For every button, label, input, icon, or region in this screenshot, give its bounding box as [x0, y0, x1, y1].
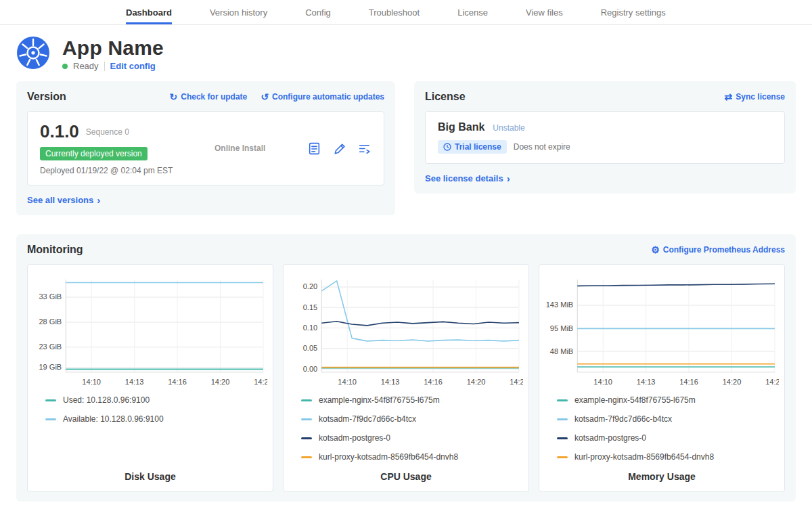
- tab-view-files[interactable]: View files: [526, 0, 563, 24]
- svg-text:143 MiB: 143 MiB: [546, 301, 574, 309]
- legend-label: kurl-proxy-kotsadm-8569fb6454-dnvh8: [574, 452, 714, 462]
- svg-text:0.10: 0.10: [303, 324, 318, 332]
- svg-text:14:20: 14:20: [211, 378, 230, 386]
- top-nav: Dashboard Version history Config Trouble…: [0, 0, 812, 25]
- configure-prometheus-link[interactable]: ⚙ Configure Prometheus Address: [651, 245, 785, 255]
- tab-troubleshoot[interactable]: Troubleshoot: [369, 0, 420, 24]
- svg-text:0.20: 0.20: [303, 282, 318, 290]
- version-card-title: Version: [27, 91, 66, 103]
- sequence-label: Sequence 0: [86, 127, 129, 137]
- check-for-update-link[interactable]: ↻ Check for update: [170, 92, 248, 102]
- deployed-timestamp: Deployed 01/19/22 @ 02:04 pm EST: [40, 166, 173, 175]
- edit-config-link[interactable]: Edit config: [110, 61, 156, 71]
- trial-license-label: Trial license: [455, 142, 501, 152]
- chart-legend: Used: 10.128.0.96:9100Available: 10.128.…: [33, 395, 267, 424]
- svg-text:14:16: 14:16: [424, 378, 443, 386]
- legend-color-dash: [301, 456, 312, 458]
- tab-config[interactable]: Config: [305, 0, 331, 24]
- license-card: License ⇄ Sync license Big Bank Unstable: [414, 81, 796, 194]
- version-number: 0.1.0: [40, 121, 79, 142]
- legend-label: Available: 10.128.0.96:9100: [63, 414, 164, 424]
- chart-title: Memory Usage: [545, 462, 779, 482]
- configure-auto-updates-label: Configure automatic updates: [272, 92, 384, 102]
- legend-color-dash: [301, 437, 312, 439]
- legend-label: kotsadm-7f9dc7d66c-b4tcx: [319, 414, 416, 424]
- charts-row: 19 GiB23 GiB28 GiB33 GiB14:1014:1314:161…: [27, 264, 785, 492]
- svg-text:0.05: 0.05: [303, 344, 318, 352]
- status-dot: [62, 64, 68, 69]
- see-all-versions-label: See all versions: [27, 195, 93, 205]
- legend-color-dash: [301, 399, 312, 401]
- legend-color-dash: [557, 456, 568, 458]
- gear-icon: ⚙: [651, 245, 660, 255]
- configure-auto-updates-link[interactable]: ↺ Configure automatic updates: [261, 92, 384, 102]
- svg-text:23 GiB: 23 GiB: [39, 343, 62, 351]
- auto-update-icon: ↺: [261, 92, 269, 102]
- svg-text:14:23: 14:23: [765, 378, 779, 386]
- check-for-update-label: Check for update: [181, 92, 247, 102]
- app-title: App Name: [62, 37, 164, 60]
- see-license-details-link[interactable]: See license details ›: [425, 173, 510, 184]
- legend-color-dash: [45, 418, 56, 420]
- sync-license-link[interactable]: ⇄ Sync license: [725, 92, 785, 102]
- deployed-badge: Currently deployed version: [40, 147, 148, 160]
- tab-version-history[interactable]: Version history: [210, 0, 267, 24]
- monitoring-section: Monitoring ⚙ Configure Prometheus Addres…: [16, 234, 796, 502]
- legend-item: kurl-proxy-kotsadm-8569fb6454-dnvh8: [301, 452, 523, 462]
- legend-color-dash: [557, 437, 568, 439]
- legend-item: Available: 10.128.0.96:9100: [45, 414, 267, 424]
- see-all-versions-link[interactable]: See all versions ›: [27, 194, 100, 206]
- monitoring-title: Monitoring: [27, 244, 83, 256]
- svg-text:95 MiB: 95 MiB: [550, 324, 573, 332]
- deploy-logs-icon[interactable]: [357, 141, 371, 156]
- svg-text:14:20: 14:20: [723, 378, 742, 386]
- chart-plot: 19 GiB23 GiB28 GiB33 GiB14:1014:1314:161…: [33, 273, 267, 390]
- legend-item: kotsadm-7f9dc7d66c-b4tcx: [301, 414, 523, 424]
- chart-plot: 0.000.050.100.150.2014:1014:1314:1614:20…: [289, 273, 523, 390]
- legend-item: kotsadm-postgres-0: [557, 433, 779, 443]
- legend-item: example-nginx-54f8f76755-l675m: [301, 395, 523, 405]
- app-status: Ready: [73, 61, 99, 71]
- legend-item: kurl-proxy-kotsadm-8569fb6454-dnvh8: [557, 452, 779, 462]
- chart-legend: example-nginx-54f8f76755-l675mkotsadm-7f…: [289, 395, 523, 462]
- see-license-details-label: See license details: [425, 173, 503, 183]
- svg-text:14:16: 14:16: [679, 378, 698, 386]
- configure-prometheus-label: Configure Prometheus Address: [663, 245, 785, 255]
- svg-text:14:13: 14:13: [637, 378, 656, 386]
- svg-text:14:20: 14:20: [467, 378, 486, 386]
- chevron-right-icon: ›: [507, 173, 510, 184]
- customer-name: Big Bank: [438, 121, 484, 133]
- legend-color-dash: [557, 418, 568, 420]
- svg-text:0.15: 0.15: [303, 303, 318, 311]
- tab-license[interactable]: License: [457, 0, 488, 24]
- svg-text:19 GiB: 19 GiB: [39, 363, 62, 371]
- channel-label: Unstable: [493, 123, 524, 133]
- config-edit-icon[interactable]: [332, 141, 346, 156]
- svg-text:14:10: 14:10: [593, 378, 612, 386]
- license-card-title: License: [425, 91, 466, 103]
- sync-icon: ⇄: [725, 92, 733, 102]
- tab-registry-settings[interactable]: Registry settings: [601, 0, 666, 24]
- svg-text:14:10: 14:10: [338, 378, 357, 386]
- svg-text:14:10: 14:10: [82, 378, 101, 386]
- clock-icon: [443, 143, 451, 151]
- svg-text:14:13: 14:13: [125, 378, 144, 386]
- trial-license-badge: Trial license: [438, 140, 507, 154]
- release-notes-icon[interactable]: [307, 141, 321, 156]
- legend-item: Used: 10.128.0.96:9100: [45, 395, 267, 405]
- legend-item: kotsadm-7f9dc7d66c-b4tcx: [557, 414, 779, 424]
- svg-text:0.00: 0.00: [303, 365, 318, 373]
- svg-text:48 MiB: 48 MiB: [550, 347, 573, 355]
- sync-license-label: Sync license: [736, 92, 785, 102]
- legend-color-dash: [301, 418, 312, 420]
- license-panel: Big Bank Unstable Trial license Does not…: [425, 111, 785, 164]
- legend-color-dash: [557, 399, 568, 401]
- cards-row: Version ↻ Check for update ↺ Configure a…: [16, 81, 796, 215]
- legend-label: kotsadm-7f9dc7d66c-b4tcx: [574, 414, 672, 424]
- divider: [104, 62, 105, 71]
- current-version-panel: 0.1.0 Sequence 0 Currently deployed vers…: [27, 111, 384, 185]
- tab-dashboard[interactable]: Dashboard: [126, 0, 172, 24]
- chart-title: CPU Usage: [289, 462, 523, 482]
- legend-label: Used: 10.128.0.96:9100: [63, 395, 150, 405]
- chart-title: Disk Usage: [33, 462, 267, 482]
